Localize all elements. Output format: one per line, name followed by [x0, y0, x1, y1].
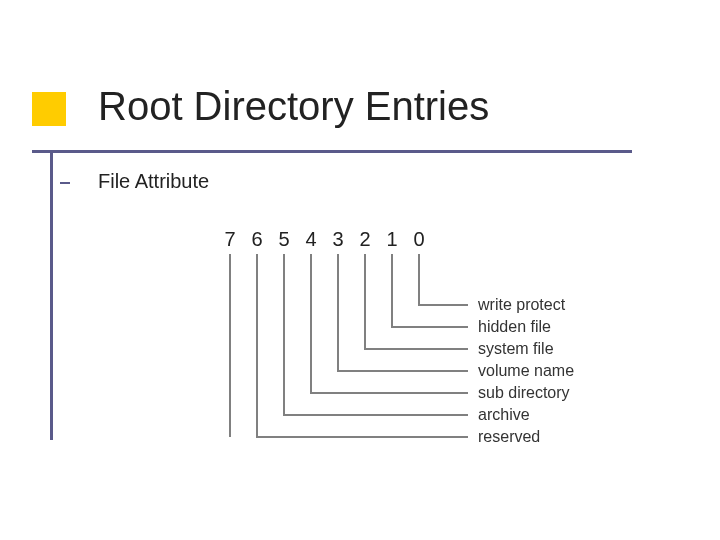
wire-bit2 [365, 254, 468, 349]
bit-4: 4 [305, 228, 316, 250]
bit-labels: write protect hidden file system file vo… [477, 296, 574, 445]
label-system-file: system file [478, 340, 554, 357]
label-reserved: reserved [478, 428, 540, 445]
bit-numbers: 7 6 5 4 3 2 1 0 [224, 228, 424, 250]
bit-0: 0 [413, 228, 424, 250]
wire-bit4 [311, 254, 468, 393]
label-archive: archive [478, 406, 530, 423]
bit-diagram: 7 6 5 4 3 2 1 0 write protect hidden fil… [0, 0, 720, 540]
bit-6: 6 [251, 228, 262, 250]
connector-wires [230, 254, 468, 437]
bit-5: 5 [278, 228, 289, 250]
label-volume-name: volume name [478, 362, 574, 379]
wire-bit6 [257, 254, 468, 437]
bit-1: 1 [386, 228, 397, 250]
label-hidden-file: hidden file [478, 318, 551, 335]
bit-3: 3 [332, 228, 343, 250]
label-sub-directory: sub directory [478, 384, 570, 401]
wire-bit0 [419, 254, 468, 305]
wire-bit3 [338, 254, 468, 371]
bit-2: 2 [359, 228, 370, 250]
label-write-protect: write protect [477, 296, 566, 313]
bit-7: 7 [224, 228, 235, 250]
wire-bit1 [392, 254, 468, 327]
